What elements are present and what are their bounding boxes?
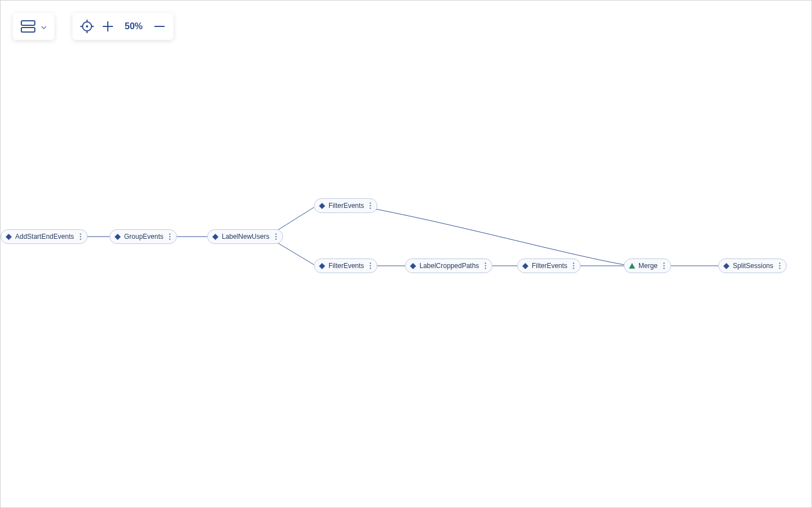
graph-node-filter-events-mid[interactable]: FilterEvents [314,258,377,273]
graph-node-split-sessions[interactable]: SplitSessions [718,258,787,273]
svg-point-15 [169,236,170,237]
node-menu-button[interactable] [80,233,81,240]
graph-node-group-events[interactable]: GroupEvents [110,229,177,244]
svg-point-12 [80,236,81,237]
node-label: SplitSessions [733,262,773,270]
svg-point-24 [370,265,371,266]
graph-node-label-cropped-paths[interactable]: LabelCroppedPaths [405,258,492,273]
node-label: LabelCroppedPaths [419,262,479,270]
svg-point-29 [573,262,574,264]
kebab-icon [369,202,371,209]
graph-edges [1,1,812,508]
kebab-icon [80,233,81,240]
node-label: AddStartEndEvents [15,233,74,241]
graph-edge [367,207,624,265]
kebab-icon [275,233,277,240]
graph-node-filter-events-top[interactable]: FilterEvents [314,198,377,213]
node-label: FilterEvents [329,202,364,210]
node-menu-button[interactable] [369,202,371,209]
svg-point-28 [485,267,486,269]
diamond-icon [115,234,121,240]
diamond-icon [6,234,12,240]
svg-point-35 [779,262,780,264]
svg-point-36 [779,265,780,266]
node-label: FilterEvents [532,262,567,270]
triangle-icon [629,263,635,269]
diamond-icon [522,263,528,269]
svg-point-22 [370,207,371,208]
svg-point-37 [779,267,780,269]
svg-point-17 [275,233,276,234]
svg-point-26 [485,262,486,264]
kebab-icon [169,233,171,240]
svg-point-27 [485,265,486,266]
svg-point-31 [573,267,574,269]
node-label: LabelNewUsers [222,233,270,241]
node-menu-button[interactable] [663,262,665,269]
svg-point-16 [169,238,170,239]
diamond-icon [319,203,325,209]
graph-canvas[interactable]: AddStartEndEventsGroupEventsLabelNewUser… [1,1,811,507]
svg-point-23 [370,262,371,264]
graph-node-label-new-users[interactable]: LabelNewUsers [207,229,283,244]
diamond-icon [723,263,729,269]
kebab-icon [369,262,371,269]
kebab-icon [573,262,574,269]
svg-point-18 [275,236,276,237]
kebab-icon [779,262,781,269]
diamond-icon [319,263,325,269]
node-menu-button[interactable] [485,262,486,269]
svg-point-20 [370,202,371,203]
node-menu-button[interactable] [169,233,171,240]
node-menu-button[interactable] [573,262,574,269]
svg-point-14 [169,233,170,234]
svg-point-25 [370,267,371,269]
node-label: GroupEvents [124,233,163,241]
kebab-icon [663,262,665,269]
svg-point-19 [275,238,276,239]
svg-point-21 [370,205,371,206]
node-menu-button[interactable] [275,233,277,240]
node-menu-button[interactable] [369,262,371,269]
diamond-icon [410,263,416,269]
svg-point-34 [663,267,664,269]
node-label: FilterEvents [329,262,364,270]
diamond-icon [212,234,218,240]
svg-point-11 [80,233,81,234]
node-menu-button[interactable] [779,262,781,269]
svg-point-13 [80,238,81,239]
graph-node-filter-events-right[interactable]: FilterEvents [517,258,581,273]
graph-node-add-start-end-events[interactable]: AddStartEndEvents [1,229,88,244]
kebab-icon [485,262,486,269]
svg-point-30 [573,265,574,266]
graph-node-merge[interactable]: Merge [624,258,671,273]
svg-point-33 [663,265,664,266]
svg-point-32 [663,262,664,264]
node-label: Merge [638,262,658,270]
